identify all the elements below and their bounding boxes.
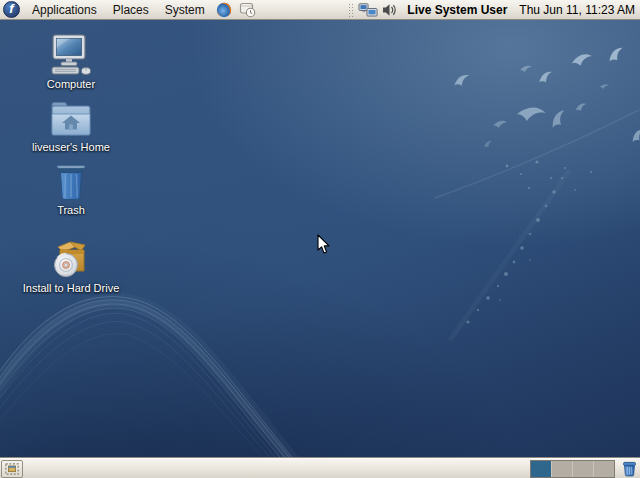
desktop-icon-label: Install to Hard Drive <box>16 282 126 294</box>
install-clock-icon[interactable] <box>239 1 256 18</box>
firefox-icon[interactable] <box>216 1 233 18</box>
user-switcher[interactable]: Live System User <box>407 3 507 17</box>
workspace-4[interactable] <box>594 461 614 477</box>
menu-system[interactable]: System <box>157 1 213 19</box>
workspace-1[interactable] <box>531 461 552 477</box>
desktop-select-icon <box>5 463 19 475</box>
desktop-icon-home[interactable]: liveuser's Home <box>23 99 119 153</box>
desktop-screen: f Applications Places System <box>0 0 640 478</box>
desktop-icon-computer[interactable]: Computer <box>23 34 119 90</box>
box-with-disc-icon <box>16 238 126 280</box>
home-folder-icon <box>23 99 119 139</box>
workspace-switcher <box>530 460 615 478</box>
workspace-3[interactable] <box>573 461 594 477</box>
top-panel: f Applications Places System <box>0 0 640 20</box>
workspace-2[interactable] <box>552 461 573 477</box>
mouse-cursor <box>317 234 331 255</box>
volume-icon[interactable] <box>382 3 397 17</box>
wallpaper-birds-art <box>425 22 640 222</box>
wallpaper-speckle-trail <box>380 150 590 350</box>
desktop-icon-label: Trash <box>23 204 119 216</box>
desktop-icon-label: Computer <box>23 78 119 90</box>
menu-places[interactable]: Places <box>105 1 157 19</box>
show-desktop-button[interactable] <box>1 460 23 478</box>
trash-applet-button[interactable] <box>620 460 638 478</box>
trash-applet-icon <box>622 461 637 477</box>
wallpaper-wave-art <box>0 285 300 460</box>
fedora-logo-icon[interactable]: f <box>3 1 20 18</box>
trash-can-icon <box>23 163 119 202</box>
computer-monitor-icon <box>23 34 119 76</box>
desktop-icon-label: liveuser's Home <box>23 141 119 153</box>
bottom-panel <box>0 458 640 478</box>
network-icon[interactable] <box>358 3 378 17</box>
desktop-icon-install[interactable]: Install to Hard Drive <box>16 238 126 294</box>
clock-applet[interactable]: Thu Jun 11, 11:23 AM <box>519 3 635 17</box>
notification-area-handle[interactable] <box>348 3 354 17</box>
menu-applications[interactable]: Applications <box>24 1 105 19</box>
desktop-icon-trash[interactable]: Trash <box>23 163 119 216</box>
